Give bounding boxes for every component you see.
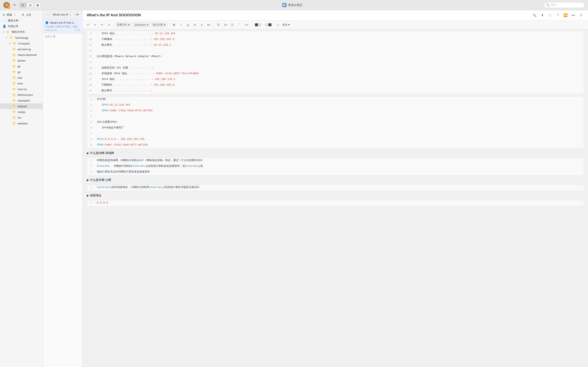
align-right-button[interactable]: ⬜⬛ bbox=[264, 22, 273, 28]
new-arrow: ▼ bbox=[14, 14, 16, 16]
sidebar-item-git[interactable]: 📁 git bbox=[0, 63, 43, 69]
bullet-dot-2 bbox=[87, 179, 88, 181]
sidebar-item-nodejs[interactable]: 📁 nodejs bbox=[0, 109, 43, 115]
theme-select[interactable]: 默认主题 ▼ bbox=[151, 22, 167, 27]
sidebar-item-network[interactable]: 📁 network bbox=[0, 103, 43, 109]
more-icon[interactable]: ••• bbox=[571, 12, 576, 18]
internet-label: 什么是外网-公网 bbox=[90, 178, 111, 182]
folder-nodejs-icon: 📁 bbox=[12, 110, 16, 114]
top-bar-right: 🔍 搜索... bbox=[544, 2, 585, 8]
sidebar-item-aircrack[interactable]: 📁 aircrack-ng bbox=[0, 46, 43, 52]
format-paint-button[interactable]: ✏ bbox=[99, 22, 105, 28]
search-bar[interactable]: 🔍 搜索... bbox=[544, 2, 585, 8]
redo-button[interactable]: ↪ bbox=[92, 22, 98, 28]
aircrack-label: aircrack-ng bbox=[17, 48, 31, 51]
sidebar-item-mac-ios[interactable]: 📁 mac-ios bbox=[0, 86, 43, 92]
bullet-intranet: 什么是内网-局域网 bbox=[83, 150, 588, 156]
new-label: 新建 bbox=[7, 13, 12, 17]
sidebar-item-linux[interactable]: 📁 linux bbox=[0, 81, 43, 86]
checkbox-button[interactable]: ☑ bbox=[229, 22, 235, 28]
share-icon[interactable]: ⬆ bbox=[539, 12, 545, 18]
indent-increase-button[interactable]: →| bbox=[274, 22, 280, 28]
quote-button[interactable]: " bbox=[236, 22, 242, 28]
sort-button[interactable]: ≡▼ bbox=[74, 12, 80, 17]
note-list-item[interactable]: 📘 What's the IP And S... 什么是IP 计算机与计算机，设… bbox=[43, 19, 82, 34]
code-line-11: 11 默认网关. . . . . . . . . . . . : 10.12.1… bbox=[87, 43, 584, 48]
underline-button[interactable]: U bbox=[185, 22, 191, 28]
sidebar-item-myfolders[interactable]: ▼ 📁 我的文件夹 bbox=[0, 29, 43, 35]
sidebar-item-windows[interactable]: 📁 windows bbox=[0, 120, 43, 126]
header-actions: 🔍 ⬆ □ ? ⏪ ••• ℹ bbox=[532, 12, 584, 18]
code-line-10: 10 子网掩码 . . . . . . . . . . . : 255.255.… bbox=[87, 37, 584, 43]
note-list-header: ← What's the IP And S... ≡▼ bbox=[43, 10, 82, 19]
sidebar-item-shared[interactable]: 👤 与我分享 bbox=[0, 24, 43, 29]
info-icon[interactable]: ℹ bbox=[578, 12, 584, 18]
sidebar-item-computer[interactable]: ▼ 📁 Computer bbox=[0, 41, 43, 46]
sidebar-item-technology[interactable]: ▼ 📁 Technology bbox=[0, 35, 43, 41]
avatar[interactable]: 用 ▼ bbox=[3, 2, 10, 8]
unordered-list-button[interactable]: ☰ bbox=[216, 22, 221, 28]
bold-button[interactable]: B bbox=[171, 22, 177, 28]
more-tools-button[interactable]: 更多▼ bbox=[281, 22, 292, 28]
code2-line-4: 4 bbox=[87, 114, 584, 120]
undo-button[interactable]: ↩ bbox=[85, 22, 91, 28]
sidebar-item-attack[interactable]: 📁 Attack-bluetooth bbox=[0, 52, 43, 58]
view-btn-2[interactable]: ▤ bbox=[27, 3, 34, 8]
font-color-button[interactable]: A bbox=[199, 22, 205, 28]
align-left-button[interactable]: ⬛⬜ bbox=[254, 22, 263, 28]
separator-1 bbox=[113, 23, 114, 27]
sidebar-item-docker[interactable]: 📁 docker bbox=[0, 58, 43, 63]
highlight-button[interactable]: HL bbox=[206, 22, 212, 28]
code-button[interactable]: </> bbox=[243, 22, 250, 28]
lang-dropdown-icon: ▼ bbox=[146, 24, 149, 26]
my-folders-label: 我的文件夹 bbox=[12, 30, 25, 34]
text-format-select[interactable]: 普通文本 ▼ bbox=[116, 22, 131, 27]
code-line-19: 19 默认网关. . . . . . . . . . . . : bbox=[87, 88, 584, 94]
italic-button[interactable]: I bbox=[178, 22, 184, 28]
help-icon[interactable]: ? bbox=[555, 12, 561, 18]
editor-toolbar: ↩ ↪ ✏ ⇥ 普通文本 ▼ JavaScript ▼ 默认主题 ▼ B I U… bbox=[83, 20, 588, 29]
code-block-2: 1 IP分类: 2 IPV4:10.12.129.162 3 IPV6:fe80… bbox=[87, 97, 584, 149]
view-btn-3[interactable]: ▣ bbox=[34, 3, 41, 8]
sidebar-item-tor[interactable]: 📁 Tor bbox=[0, 115, 43, 120]
search-content-icon[interactable]: 🔍 bbox=[532, 12, 537, 18]
folder-meta-icon: 📁 bbox=[12, 99, 16, 102]
sidebar-item-go[interactable]: 📁 go bbox=[0, 69, 43, 75]
ordered-list-button[interactable]: 1≡ bbox=[223, 22, 228, 28]
code-block-2-content: 1 IP分类: 2 IPV4:10.12.129.162 3 IPV6:fe80… bbox=[87, 97, 584, 148]
sidebar-item-kali[interactable]: 📁 Kali bbox=[0, 75, 43, 81]
code2-line-8: 8 IPv4:0.0.0.0 - 255.255.255.255 bbox=[87, 137, 584, 142]
lang-select[interactable]: JavaScript ▼ bbox=[133, 22, 150, 27]
reading-mode-icon[interactable]: □ bbox=[547, 12, 553, 18]
folder-docker-icon: 📁 bbox=[12, 59, 16, 62]
strikethrough-button[interactable]: S bbox=[192, 22, 198, 28]
code3-line-3: 3 他的计算机无法向内网的计算机发送连接请求 bbox=[87, 169, 584, 175]
bullet-dot-1 bbox=[87, 152, 88, 154]
code2-line-6: 6 IPV4地址不够用了 bbox=[87, 125, 584, 131]
reserve-label: 保留地址 bbox=[90, 194, 102, 197]
scrollable-content[interactable]: 9 IPV4 地址 . . . . . . . . . . . : 10.12.… bbox=[83, 29, 588, 367]
code2-line-9: 9 IPV6:fe80::f42d:76a9:9ff2:d671%5 bbox=[87, 142, 584, 148]
back-button[interactable]: ← bbox=[45, 12, 51, 17]
note-item-desc: 什么是IP 计算机与计算机，设备与设备，手机与手机，总... bbox=[45, 25, 80, 28]
nodejs-label: nodejs bbox=[17, 110, 25, 114]
code-block-5-content: 1 0.0.0.0 bbox=[87, 200, 584, 206]
sidebar: ⊕ 新建 ▼ ⬆ 上传 📄 最新文档 👤 与我分享 ▼ 📁 我的文件夹 ▼ 📁 … bbox=[0, 10, 43, 367]
code-line-9: 9 IPV4 地址 . . . . . . . . . . . : 10.12.… bbox=[87, 31, 584, 37]
folder-tor-icon: 📁 bbox=[12, 116, 16, 119]
history-icon[interactable]: ⏪ bbox=[563, 12, 568, 18]
expand-tech-icon: ▼ bbox=[6, 37, 8, 39]
refresh-button[interactable]: ↻ bbox=[12, 2, 17, 8]
shared-label: 与我分享 bbox=[8, 25, 18, 28]
sidebar-item-recent[interactable]: 📄 最新文档 bbox=[0, 18, 43, 24]
code5-line-1: 1 0.0.0.0 bbox=[87, 200, 584, 206]
view-btn-1[interactable]: ⊞ bbox=[20, 3, 26, 8]
folder-windows-icon: 📁 bbox=[12, 122, 16, 125]
folder-git-icon: 📁 bbox=[12, 64, 16, 68]
sidebar-item-new[interactable]: ⊕ 新建 ▼ ⬆ 上传 bbox=[0, 12, 43, 18]
code-block-1-content: 9 IPV4 地址 . . . . . . . . . . . : 10.12.… bbox=[87, 31, 584, 94]
sidebar-item-mchinelearn[interactable]: 📁 MchineLearn bbox=[0, 92, 43, 98]
indent-button[interactable]: ⇥ bbox=[106, 22, 112, 28]
sidebar-item-metasploit[interactable]: 📁 metasploit bbox=[0, 98, 43, 103]
upload-icon: ⬆ bbox=[22, 13, 24, 16]
